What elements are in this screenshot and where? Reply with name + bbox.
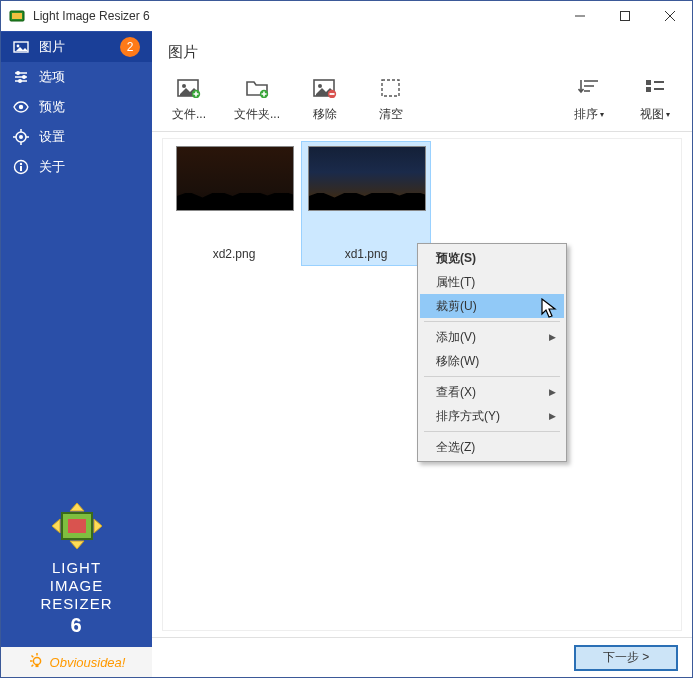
context-separator bbox=[424, 376, 560, 377]
window-title: Light Image Resizer 6 bbox=[33, 9, 557, 23]
thumbnail-item[interactable]: xd1.png bbox=[301, 141, 431, 266]
thumbnail-item[interactable]: xd2.png bbox=[169, 141, 299, 266]
minimize-button[interactable] bbox=[557, 1, 602, 31]
context-item-remove[interactable]: 移除(W) bbox=[420, 349, 564, 373]
chevron-right-icon: ▶ bbox=[549, 332, 556, 342]
svg-point-41 bbox=[318, 84, 322, 88]
logo-text: LIGHT IMAGE RESIZER 6 bbox=[1, 559, 152, 637]
thumbnail-image bbox=[308, 146, 426, 211]
gear-icon bbox=[13, 129, 29, 145]
sidebar-item-about[interactable]: 关于 bbox=[1, 152, 152, 182]
app-window: Light Image Resizer 6 图片 2 选项 预览 bbox=[0, 0, 693, 678]
folder-add-icon bbox=[245, 76, 269, 100]
svg-point-37 bbox=[182, 84, 186, 88]
sort-button[interactable]: 排序▾ bbox=[568, 76, 610, 123]
brand-label: Obviousidea! bbox=[50, 655, 126, 670]
svg-rect-29 bbox=[68, 519, 86, 533]
tool-label: 视图▾ bbox=[640, 106, 670, 123]
context-item-selectall[interactable]: 全选(Z) bbox=[420, 435, 564, 459]
logo-icon bbox=[52, 501, 102, 551]
context-item-view[interactable]: 查看(X)▶ bbox=[420, 380, 564, 404]
sort-icon bbox=[577, 76, 601, 100]
svg-rect-49 bbox=[646, 87, 651, 92]
svg-point-7 bbox=[17, 45, 20, 48]
svg-rect-1 bbox=[12, 13, 22, 19]
svg-rect-35 bbox=[35, 664, 38, 667]
sidebar-item-images[interactable]: 图片 2 bbox=[1, 32, 152, 62]
logo-area: LIGHT IMAGE RESIZER 6 bbox=[1, 485, 152, 647]
context-separator bbox=[424, 431, 560, 432]
context-item-sortby[interactable]: 排序方式(Y)▶ bbox=[420, 404, 564, 428]
svg-marker-26 bbox=[70, 541, 84, 549]
context-item-properties[interactable]: 属性(T) bbox=[420, 270, 564, 294]
footer: 下一步 > bbox=[152, 637, 692, 677]
svg-point-13 bbox=[18, 79, 22, 83]
lightbulb-icon bbox=[28, 652, 46, 673]
svg-rect-23 bbox=[20, 166, 22, 171]
svg-line-33 bbox=[31, 655, 33, 657]
clear-icon bbox=[379, 76, 403, 100]
svg-point-30 bbox=[33, 657, 40, 664]
tool-label: 文件夹... bbox=[234, 106, 280, 123]
svg-line-34 bbox=[31, 664, 33, 666]
context-separator bbox=[424, 321, 560, 322]
add-file-button[interactable]: 文件... bbox=[168, 76, 210, 123]
maximize-button[interactable] bbox=[602, 1, 647, 31]
info-icon bbox=[13, 159, 29, 175]
context-item-crop[interactable]: 裁剪(U) bbox=[420, 294, 564, 318]
body-area: 图片 2 选项 预览 设置 关于 bbox=[1, 31, 692, 677]
tool-label: 排序▾ bbox=[574, 106, 604, 123]
svg-marker-25 bbox=[70, 503, 84, 511]
svg-rect-3 bbox=[620, 12, 629, 21]
sidebar-item-options[interactable]: 选项 bbox=[1, 62, 152, 92]
chevron-right-icon: ▶ bbox=[549, 387, 556, 397]
image-count-badge: 2 bbox=[120, 37, 140, 57]
sidebar-item-label: 关于 bbox=[39, 158, 65, 176]
context-menu: 预览(S) 属性(T) 裁剪(U) 添加(V)▶ 移除(W) 查看(X)▶ 排序… bbox=[417, 243, 567, 462]
svg-marker-27 bbox=[52, 519, 60, 533]
close-button[interactable] bbox=[647, 1, 692, 31]
svg-rect-48 bbox=[646, 80, 651, 85]
view-button[interactable]: 视图▾ bbox=[634, 76, 676, 123]
tool-label: 清空 bbox=[379, 106, 403, 123]
next-button-label: 下一步 > bbox=[603, 649, 649, 666]
chevron-right-icon: ▶ bbox=[549, 411, 556, 421]
window-controls bbox=[557, 1, 692, 31]
context-item-add[interactable]: 添加(V)▶ bbox=[420, 325, 564, 349]
svg-point-14 bbox=[19, 105, 23, 109]
svg-rect-44 bbox=[382, 80, 399, 96]
sidebar: 图片 2 选项 预览 设置 关于 bbox=[1, 31, 152, 677]
brand-link[interactable]: Obviousidea! bbox=[1, 647, 152, 677]
thumbnail-label: xd1.png bbox=[308, 247, 424, 261]
app-icon bbox=[9, 8, 25, 24]
thumbnail-label: xd2.png bbox=[176, 247, 292, 261]
remove-icon bbox=[313, 76, 337, 100]
toolbar: 文件... 文件夹... 移除 清空 排序▾ bbox=[152, 62, 692, 132]
eye-icon bbox=[13, 99, 29, 115]
sidebar-item-label: 选项 bbox=[39, 68, 65, 86]
tool-label: 移除 bbox=[313, 106, 337, 123]
file-add-icon bbox=[177, 76, 201, 100]
sidebar-item-settings[interactable]: 设置 bbox=[1, 122, 152, 152]
add-folder-button[interactable]: 文件夹... bbox=[234, 76, 280, 123]
svg-point-9 bbox=[16, 71, 20, 75]
sidebar-item-preview[interactable]: 预览 bbox=[1, 92, 152, 122]
svg-point-22 bbox=[20, 163, 22, 165]
titlebar: Light Image Resizer 6 bbox=[1, 1, 692, 31]
remove-button[interactable]: 移除 bbox=[304, 76, 346, 123]
svg-point-11 bbox=[22, 75, 26, 79]
clear-button[interactable]: 清空 bbox=[370, 76, 412, 123]
tool-label: 文件... bbox=[172, 106, 206, 123]
view-icon bbox=[643, 76, 667, 100]
sidebar-item-label: 预览 bbox=[39, 98, 65, 116]
context-item-preview[interactable]: 预览(S) bbox=[420, 246, 564, 270]
sliders-icon bbox=[13, 69, 29, 85]
svg-point-16 bbox=[19, 135, 23, 139]
images-icon bbox=[13, 39, 29, 55]
sidebar-item-label: 图片 bbox=[39, 38, 65, 56]
page-title: 图片 bbox=[152, 31, 692, 62]
next-button[interactable]: 下一步 > bbox=[574, 645, 678, 671]
thumbnail-image bbox=[176, 146, 294, 211]
svg-marker-28 bbox=[94, 519, 102, 533]
sidebar-item-label: 设置 bbox=[39, 128, 65, 146]
